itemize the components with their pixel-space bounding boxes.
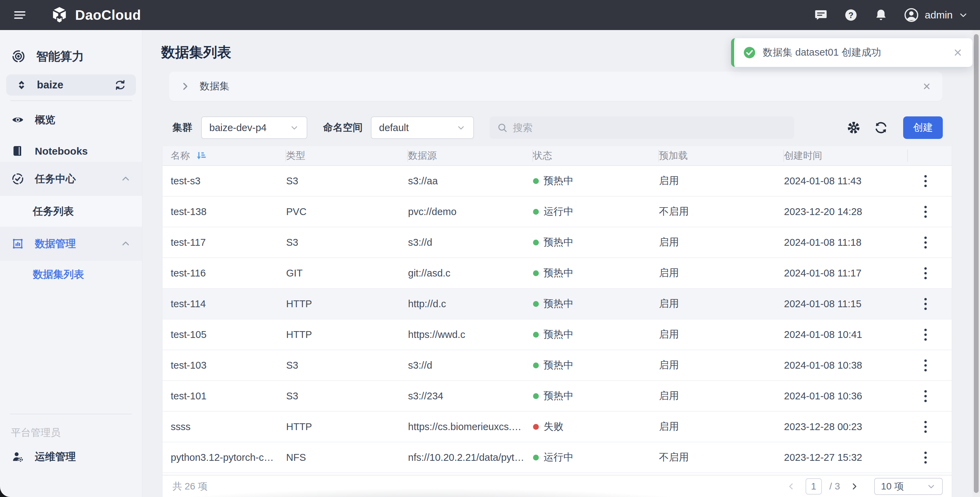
namespace-value: default — [379, 122, 409, 133]
svg-text:?: ? — [848, 11, 854, 20]
row-actions-kebab-icon[interactable] — [918, 295, 933, 313]
row-actions-kebab-icon[interactable] — [918, 356, 933, 375]
table-row[interactable]: test-116GITgit://asd.c预热中启用2024-01-08 11… — [162, 258, 952, 289]
cell-name: test-117 — [162, 237, 286, 248]
baize-diamond-icon — [15, 78, 28, 92]
chevron-up-icon — [120, 173, 131, 184]
row-actions-kebab-icon[interactable] — [918, 202, 933, 221]
cluster-select[interactable]: baize-dev-p4 — [201, 116, 307, 139]
cell-src: https://cs.biomerieuxcs.cn/… — [408, 421, 533, 432]
table-row[interactable]: ssssHTTPhttps://cs.biomerieuxcs.cn/…失败启用… — [162, 412, 952, 442]
sidebar-item-task-center[interactable]: 任务中心 — [0, 162, 142, 196]
sidebar-item-label: baize — [37, 79, 64, 91]
create-button[interactable]: 创建 — [903, 116, 943, 139]
table-row[interactable]: python3.12-pytorch-cuda…NFSnfs://10.20.2… — [162, 442, 952, 473]
status-text: 预热中 — [544, 328, 573, 341]
chevron-right-icon[interactable] — [179, 81, 191, 92]
sidebar-item-dataset-list[interactable]: 数据集列表 — [0, 261, 142, 288]
status-text: 预热中 — [544, 389, 573, 403]
row-actions-kebab-icon[interactable] — [918, 325, 933, 344]
user-gear-icon — [11, 450, 25, 464]
row-actions-kebab-icon[interactable] — [918, 264, 933, 283]
column-actions — [908, 146, 951, 165]
swap-icon[interactable] — [113, 78, 127, 92]
close-icon[interactable] — [953, 48, 963, 58]
sidebar-item-label: 任务中心 — [35, 172, 76, 186]
sidebar-item-data-management[interactable]: 数据管理 — [0, 227, 142, 261]
message-icon[interactable] — [813, 8, 828, 22]
sidebar-item-task-list[interactable]: 任务列表 — [0, 196, 142, 227]
bell-icon[interactable] — [873, 8, 888, 22]
user-menu[interactable]: admin — [904, 7, 968, 23]
brand: DaoCloud — [50, 5, 141, 25]
status-text: 预热中 — [544, 235, 573, 249]
breadcrumb: 数据集 — [169, 72, 942, 101]
refresh-icon[interactable] — [873, 120, 889, 135]
row-actions-kebab-icon[interactable] — [918, 233, 933, 252]
column-type[interactable]: 类型 — [286, 146, 408, 165]
prev-page-icon[interactable] — [784, 480, 798, 493]
column-status[interactable]: 状态 — [533, 146, 659, 165]
row-actions-kebab-icon[interactable] — [918, 448, 933, 467]
row-actions-kebab-icon[interactable] — [918, 172, 933, 191]
toast-success: 数据集 dataset01 创建成功 — [731, 38, 972, 67]
column-name[interactable]: 名称 — [162, 146, 286, 165]
cell-src: nfs://10.20.2.21/data/pyth… — [408, 452, 533, 463]
help-icon[interactable]: ? — [843, 8, 858, 22]
breadcrumb-item[interactable]: 数据集 — [200, 79, 229, 93]
chevron-up-icon — [120, 238, 131, 249]
table-row[interactable]: test-101S3s3://234预热中启用2024-01-08 10:36 — [162, 381, 952, 412]
table-row[interactable]: test-103S3s3://d预热中启用2024-01-08 10:38 — [162, 350, 952, 381]
sidebar-item-baize[interactable]: baize — [6, 75, 136, 95]
status-dot-icon — [533, 455, 539, 460]
menu-icon[interactable] — [12, 8, 27, 22]
table-row[interactable]: test-114HTTPhttp://d.c预热中启用2024-01-08 11… — [162, 289, 952, 319]
sidebar: 智能算力 baize 概览 Notebooks 任务中心 任务列表 — [0, 30, 142, 497]
divider — [10, 100, 132, 101]
pagination: / 3 10 项 — [784, 478, 943, 495]
page-size-select[interactable]: 10 项 — [874, 478, 943, 495]
cell-src: http://d.c — [408, 299, 533, 310]
namespace-select[interactable]: default — [371, 116, 474, 139]
table-row[interactable]: test-s3S3s3://aa预热中启用2024-01-08 11:43 — [162, 166, 952, 197]
gear-icon[interactable] — [846, 120, 862, 135]
next-page-icon[interactable] — [848, 480, 861, 493]
status-text: 预热中 — [544, 266, 573, 280]
sidebar-item-notebooks[interactable]: Notebooks — [0, 141, 142, 162]
column-source[interactable]: 数据源 — [408, 146, 533, 165]
scrollbar-track — [972, 30, 980, 497]
sidebar-item-ops-management[interactable]: 运维管理 — [0, 446, 142, 468]
total-count: 共 26 项 — [172, 480, 208, 493]
search-input[interactable] — [513, 122, 788, 133]
status-dot-icon — [533, 424, 539, 430]
divider — [10, 414, 132, 414]
cell-name: test-101 — [162, 391, 286, 402]
chevron-down-icon — [456, 123, 466, 132]
status-text: 失败 — [544, 420, 563, 433]
cell-src: git://asd.c — [408, 268, 533, 279]
search-box — [490, 116, 794, 139]
sidebar-item-label: 数据集列表 — [33, 268, 84, 282]
sidebar-item-ai-compute[interactable]: 智能算力 — [0, 46, 142, 67]
cell-time: 2024-01-08 11:17 — [784, 268, 908, 279]
table-row[interactable]: test-138PVCpvc://demo运行中不启用2023-12-20 14… — [162, 197, 952, 227]
cell-type: HTTP — [286, 329, 408, 340]
cell-pre: 启用 — [659, 328, 784, 341]
scrollbar-thumb[interactable] — [974, 34, 978, 493]
page-title: 数据集列表 — [161, 43, 231, 62]
table-row[interactable]: test-105HTTPhttps://wwd.c预热中启用2024-01-08… — [162, 319, 952, 350]
column-created[interactable]: 创建时间 — [784, 146, 908, 165]
row-actions-kebab-icon[interactable] — [918, 387, 933, 405]
sidebar-item-overview[interactable]: 概览 — [0, 109, 142, 130]
sort-descending-icon[interactable] — [195, 150, 207, 162]
cell-pre: 启用 — [659, 266, 784, 280]
cell-src: https://wwd.c — [408, 329, 533, 340]
close-icon[interactable] — [921, 81, 932, 92]
page-input[interactable] — [805, 478, 822, 495]
column-preload[interactable]: 预加载 — [659, 146, 784, 165]
row-actions-kebab-icon[interactable] — [918, 418, 933, 436]
cell-src: s3://d — [408, 237, 533, 248]
table-footer: 共 26 项 / 3 10 项 — [162, 475, 952, 497]
table-row[interactable]: test-117S3s3://d预热中启用2024-01-08 11:18 — [162, 227, 952, 258]
cell-name: python3.12-pytorch-cuda… — [162, 452, 286, 463]
